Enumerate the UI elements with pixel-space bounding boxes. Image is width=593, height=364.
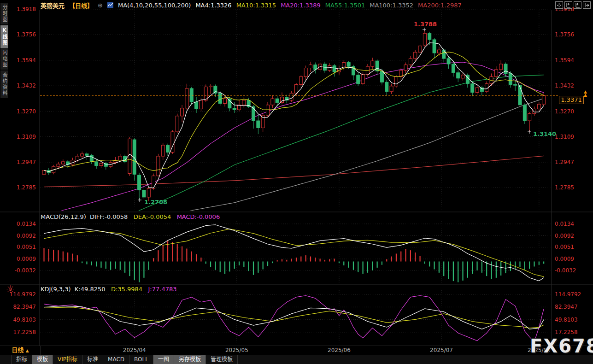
svg-text:1.3432: 1.3432 xyxy=(555,82,574,89)
ma100-legend: MA100:1.3352 xyxy=(370,2,413,9)
ma20-legend: MA20:1.3389 xyxy=(281,2,321,9)
svg-text:1.2785: 1.2785 xyxy=(555,184,574,191)
price-up-arrows-icon: ▲▲ xyxy=(584,90,587,97)
svg-text:1.3756: 1.3756 xyxy=(555,31,574,38)
svg-text:1.3140: 1.3140 xyxy=(533,130,556,137)
svg-text:1.3594: 1.3594 xyxy=(17,57,36,64)
symbol-name[interactable]: 英镑美元 xyxy=(41,1,65,10)
svg-text:0.0092: 0.0092 xyxy=(555,233,574,239)
macd-dea-value: DEA:-0.0054 xyxy=(134,213,171,220)
bottom-tab-bar: 指标 模板 VIP指标 标准 MACD BOLL 一图 另存模板 管理模板 xyxy=(0,355,593,364)
svg-text:0.0092: 0.0092 xyxy=(17,233,36,239)
date-axis-row: 日线 ▲ 2025/04 2025/05 2025/06 2025/07 202… xyxy=(0,346,593,355)
date-label: 2025/06 xyxy=(325,347,353,353)
date-label: 2025/07 xyxy=(428,347,455,353)
candlestick-chart-icon[interactable] xyxy=(107,2,113,8)
tab-save-template[interactable]: 另存模板 xyxy=(174,355,206,364)
svg-text:82.3947: 82.3947 xyxy=(13,304,36,310)
svg-text:0.0134: 0.0134 xyxy=(17,221,36,227)
svg-text:1.3270: 1.3270 xyxy=(17,108,36,115)
date-label: 2025/04 xyxy=(121,347,148,353)
svg-text:1.2708: 1.2708 xyxy=(144,199,167,205)
svg-text:1.3109: 1.3109 xyxy=(17,134,36,140)
ma-settings-label: MA(4,10,20,55,100,200) xyxy=(118,2,191,9)
kdj-j-value: J:77.4783 xyxy=(148,286,177,293)
panel-borders xyxy=(0,10,593,346)
scale-axis-left-icon[interactable] xyxy=(564,1,572,9)
tab-standard[interactable]: 标准 xyxy=(82,355,103,364)
svg-text:82.3947: 82.3947 xyxy=(555,304,578,310)
go-latest-icon[interactable] xyxy=(583,1,591,9)
svg-text:0.0134: 0.0134 xyxy=(555,221,574,227)
kdj-title: KDJ(9,3,3) xyxy=(41,286,71,293)
svg-text:1.3918: 1.3918 xyxy=(17,6,36,12)
date-label: 2025/05 xyxy=(223,347,251,353)
svg-text:17.2258: 17.2258 xyxy=(555,329,578,335)
ma200-legend: MA200:1.2987 xyxy=(418,2,462,9)
ma4-legend: MA4:1.3326 xyxy=(195,2,231,9)
svg-text:1.3594: 1.3594 xyxy=(555,57,574,64)
tab-templates[interactable]: 模板 xyxy=(32,355,53,364)
kdj-panel-title: KDJ(9,3,3) K:49.8250 D:35.9984 J:77.4783 xyxy=(41,286,176,293)
chart-canvas[interactable]: 1.37881.31401.27081.39181.39181.37561.37… xyxy=(0,0,593,364)
svg-text:0.0051: 0.0051 xyxy=(17,244,36,250)
tab-macd[interactable]: MACD xyxy=(103,355,129,364)
svg-text:49.8103: 49.8103 xyxy=(13,317,36,323)
svg-text:1.2785: 1.2785 xyxy=(17,184,36,191)
svg-text:1.2947: 1.2947 xyxy=(17,159,36,165)
scale-axis-right-icon[interactable] xyxy=(574,1,581,9)
main-price-panel xyxy=(42,29,546,242)
tab-indicators[interactable]: 指标 xyxy=(11,355,32,364)
chevron-up-icon: ▲ xyxy=(26,348,29,353)
link-icon[interactable]: ⊕ xyxy=(98,2,103,9)
svg-text:114.9792: 114.9792 xyxy=(555,291,581,298)
macd-macd-value: MACD:-0.0006 xyxy=(177,213,220,220)
svg-text:1.3788: 1.3788 xyxy=(414,21,437,28)
svg-text:1.3756: 1.3756 xyxy=(17,31,36,38)
gridlines xyxy=(40,9,552,345)
kdj-panel xyxy=(44,295,544,342)
kdj-k-value: K:49.8250 xyxy=(75,286,106,293)
watermark: FX678 xyxy=(530,335,593,357)
svg-text:1.3432: 1.3432 xyxy=(17,82,36,89)
kdj-d-value: D:35.9984 xyxy=(111,286,142,293)
tab-one-chart[interactable]: 一图 xyxy=(153,355,174,364)
svg-text:0.0009: 0.0009 xyxy=(555,256,574,262)
period-selector-label: 日线 xyxy=(12,346,23,353)
svg-text:1.3109: 1.3109 xyxy=(555,134,574,140)
chart-header: 英镑美元 【日线】 ⊕ MA(4,10,20,55,100,200) MA4:1… xyxy=(41,1,462,9)
alert-sun-icon[interactable] xyxy=(6,285,14,295)
ma10-legend: MA10:1.3315 xyxy=(236,2,276,9)
svg-text:17.2258: 17.2258 xyxy=(13,329,36,335)
macd-panel-title: MACD(26,12,9) DIFF:-0.0058 DEA:-0.0054 M… xyxy=(41,213,220,220)
period-selector[interactable]: 日线 ▲ xyxy=(0,346,41,355)
svg-text:1.3270: 1.3270 xyxy=(555,108,574,115)
svg-text:-0.0032: -0.0032 xyxy=(555,267,576,274)
macd-diff-value: DIFF:-0.0058 xyxy=(90,213,128,220)
tab-vip-indicators[interactable]: VIP指标 xyxy=(53,355,82,364)
macd-title: MACD(26,12,9) xyxy=(41,213,86,220)
svg-text:1.2947: 1.2947 xyxy=(555,159,574,165)
svg-text:49.8103: 49.8103 xyxy=(555,317,578,323)
macd-panel xyxy=(44,225,544,282)
pan-crosshair-icon[interactable] xyxy=(555,1,563,9)
svg-text:0.0009: 0.0009 xyxy=(17,256,36,262)
last-price-tag: 1.3371 xyxy=(559,96,584,104)
svg-text:-0.0032: -0.0032 xyxy=(15,267,36,274)
trading-app-window: 分时图 K线图 闪电图 合约资料 1.37881.31401.27081.391… xyxy=(0,0,593,364)
price-annotations: 1.37881.31401.2708 xyxy=(138,21,556,205)
svg-text:0.0051: 0.0051 xyxy=(555,244,574,250)
candles xyxy=(42,29,546,201)
period-label[interactable]: 【日线】 xyxy=(69,1,93,10)
tab-manage-template[interactable]: 管理模板 xyxy=(206,355,238,364)
tab-boll[interactable]: BOLL xyxy=(129,355,153,364)
chart-toolbar xyxy=(555,1,591,9)
ma55-legend: MA55:1.3501 xyxy=(325,2,365,9)
